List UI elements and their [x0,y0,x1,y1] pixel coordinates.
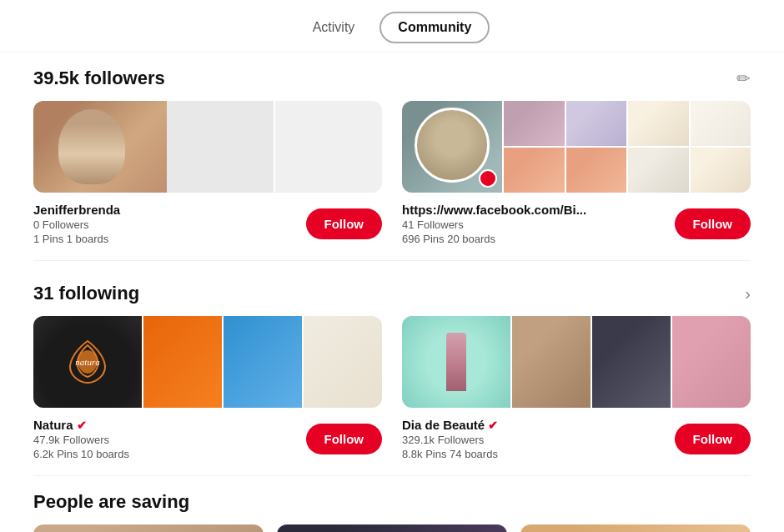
followers-header: 39.5k followers ✏ [33,68,751,89]
follower-card-1-text: Jenifferbrenda 0 Followers 1 Pins 1 boar… [33,203,120,245]
followers-cards-row: Jenifferbrenda 0 Followers 1 Pins 1 boar… [33,101,751,245]
following-card-1-side [143,316,382,408]
follower-card-2-pins: 696 Pins 20 boards [402,233,586,245]
divider-1 [33,260,751,261]
follower-card-2-avatar [402,101,502,193]
natura-logo-icon: natura [54,329,121,395]
follower-card-2-avatar-img [415,108,490,183]
following-card-1-main: natura [33,316,142,408]
following-card-2-side-img-2 [592,316,671,408]
follower-card-2-img6 [628,148,689,193]
people-saving-thumb-1[interactable] [33,524,264,532]
following-card-1-text: Natura ✔ 47.9k Followers 6.2k Pins 10 bo… [33,418,129,460]
follower-card-2-img4 [566,148,627,193]
following-card-1-side-img-1 [143,316,222,408]
following-arrow-icon[interactable]: › [745,284,751,304]
follow-button-2[interactable]: Follow [675,208,751,239]
follower-card-2-col2 [566,101,627,193]
following-card-1-pins: 6.2k Pins 10 boards [33,448,129,460]
following-card-2-side-img-1 [512,316,591,408]
follower-card-1-side-img-1 [167,101,274,193]
verified-icon-1: ✔ [77,419,87,432]
following-card-2-side [512,316,751,408]
following-card-1-side-img-3 [304,316,382,408]
following-card-1: natura Natura ✔ 47.9k Followers 6.2k Pin [33,316,382,460]
svg-text:natura: natura [75,357,100,367]
people-saving-thumb-2[interactable] [277,524,507,532]
following-card-1-name: Natura ✔ [33,418,129,432]
following-title: 31 following [33,283,139,304]
following-header: 31 following › [33,283,751,304]
follower-card-2-preview [402,101,751,193]
follower-card-2-img1 [504,101,565,146]
follower-card-1-info: Jenifferbrenda 0 Followers 1 Pins 1 boar… [33,203,382,245]
follower-card-2-img8 [691,148,751,193]
following-card-2-name: Dia de Beauté ✔ [402,418,498,432]
follower-card-2-img5 [628,101,689,146]
follower-card-2-img7 [691,101,751,146]
follower-card-1-main-img [33,101,167,193]
following-card-2: Dia de Beauté ✔ 329.1k Followers 8.8k Pi… [402,316,751,460]
following-section: 31 following › natura [0,268,784,469]
follower-card-1-pins: 1 Pins 1 boards [33,233,120,245]
following-card-2-preview [402,316,751,408]
follower-card-2-text: https://www.facebook.com/Bi... 41 Follow… [402,203,586,245]
follow-button-3[interactable]: Follow [306,424,383,454]
follower-card-1-name: Jenifferbrenda [33,203,120,217]
follower-card-2-col4 [691,101,751,193]
followers-title: 39.5k followers [33,68,165,89]
follower-card-1: Jenifferbrenda 0 Followers 1 Pins 1 boar… [33,101,382,245]
tab-activity[interactable]: Activity [294,12,374,43]
following-card-1-side-img-2 [224,316,302,408]
divider-2 [33,475,751,476]
follower-card-2-col1 [504,101,565,193]
people-saving-title: People are saving [33,491,751,513]
follow-button-1[interactable]: Follow [306,208,383,239]
follow-button-4[interactable]: Follow [675,424,751,454]
tab-bar: Activity Community [0,0,784,53]
follower-card-2-col3 [628,101,689,193]
verified-icon-2: ✔ [488,419,498,432]
follower-card-2: https://www.facebook.com/Bi... 41 Follow… [402,101,751,245]
follower-card-2-grid [504,101,751,193]
followers-section: 39.5k followers ✏ Jenifferbrenda 0 Follo… [0,53,784,253]
follower-card-2-name: https://www.facebook.com/Bi... [402,203,586,217]
follower-card-1-preview [33,101,382,193]
follower-card-2-info: https://www.facebook.com/Bi... 41 Follow… [402,203,751,245]
tab-community[interactable]: Community [379,12,490,43]
follower-card-1-side [167,101,382,193]
follower-card-1-followers: 0 Followers [33,218,120,231]
following-card-2-followers: 329.1k Followers [402,434,498,446]
following-card-1-info: Natura ✔ 47.9k Followers 6.2k Pins 10 bo… [33,418,382,460]
following-card-2-info: Dia de Beauté ✔ 329.1k Followers 8.8k Pi… [402,418,751,460]
follower-card-2-followers: 41 Followers [402,218,586,231]
follower-card-2-img3 [566,101,627,146]
following-cards-row: natura Natura ✔ 47.9k Followers 6.2k Pin [33,316,751,460]
following-card-2-main [402,316,510,408]
follower-card-1-side-img-2 [275,101,382,193]
following-card-1-followers: 47.9k Followers [33,434,129,446]
followers-arrow-icon[interactable]: ✏ [736,68,751,88]
following-card-2-side-img-3 [672,316,751,408]
follower-card-2-pin-icon [479,169,497,188]
following-card-2-pins: 8.8k Pins 74 boards [402,448,498,460]
people-saving-thumb-3[interactable] [520,524,751,532]
follower-card-2-img2 [504,148,565,193]
dia-lipstick-icon [446,333,466,391]
following-card-1-preview: natura [33,316,382,408]
following-card-2-text: Dia de Beauté ✔ 329.1k Followers 8.8k Pi… [402,418,498,460]
people-saving-section: People are saving [0,483,784,532]
people-saving-thumbs [33,524,751,532]
